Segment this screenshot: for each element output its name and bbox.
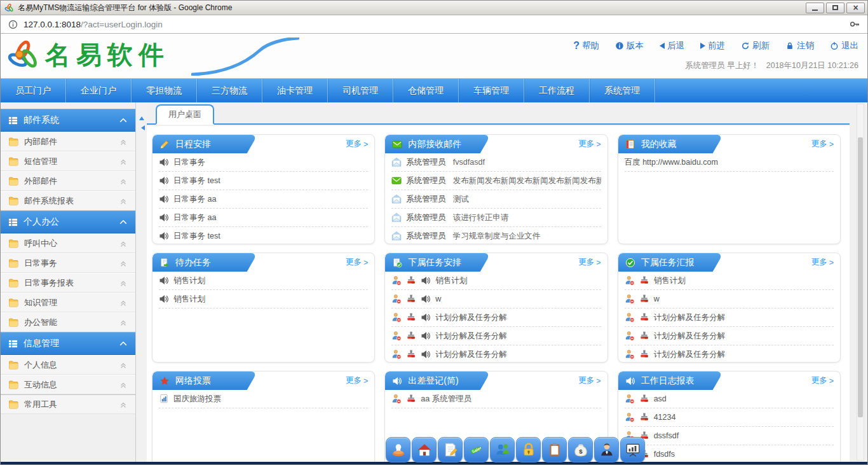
list-item[interactable]: w	[625, 290, 834, 309]
panel-online-vote: 网络投票 更多> 国庆旅游投票	[152, 371, 375, 465]
sidebar-item-personal-info[interactable]: 个人信息	[1, 355, 135, 375]
forward-link[interactable]: 前进	[700, 40, 725, 52]
reception-icon[interactable]	[386, 437, 410, 462]
more-link[interactable]: 更多>	[346, 135, 368, 153]
nav-item-vehicle[interactable]: 车辆管理	[459, 79, 524, 102]
sidebar-item-mail-report[interactable]: 邮件系统报表	[1, 191, 135, 211]
more-link[interactable]: 更多>	[811, 135, 834, 153]
sidebar-item-knowledge[interactable]: 知识管理	[1, 293, 135, 312]
report-board-icon[interactable]	[620, 437, 645, 462]
exit-link[interactable]: 退出	[830, 40, 858, 52]
list-item[interactable]: dssfsdf	[625, 427, 834, 445]
sidebar-item-interactive-info[interactable]: 互动信息	[1, 375, 135, 394]
sidebar-item-office-intel[interactable]: 办公智能	[1, 312, 135, 332]
sidebar-section-mail[interactable]: 邮件系统	[1, 109, 135, 132]
list-item[interactable]: fdsdfs	[625, 445, 834, 464]
list-item[interactable]: 系统管理员学习规章制度与企业文件	[391, 227, 600, 244]
version-link[interactable]: 版本	[615, 40, 644, 52]
list-item[interactable]: 日常事务 aa	[159, 209, 368, 227]
refresh-link[interactable]: 刷新	[741, 40, 770, 52]
sidebar-item-daily-affairs[interactable]: 日常事务	[1, 253, 135, 273]
list-item[interactable]: 日常事务 aa	[159, 190, 368, 209]
list-item[interactable]: 百度 http://www.baidu.com	[625, 153, 834, 172]
key-icon[interactable]	[850, 19, 860, 29]
list-item[interactable]: 国庆旅游投票	[159, 390, 368, 408]
sidebar-item-sms[interactable]: 短信管理	[1, 151, 135, 171]
money-bag-icon[interactable]	[568, 437, 593, 462]
more-link[interactable]: 更多>	[811, 253, 834, 272]
back-link[interactable]: 后退	[660, 40, 684, 52]
panel-title: 下属任务安排	[408, 257, 461, 268]
more-link[interactable]: 更多>	[811, 371, 834, 390]
nav-item-3pl[interactable]: 三方物流	[197, 79, 262, 102]
list-item[interactable]: 销售计划	[625, 272, 834, 290]
sidebar-item-daily-report[interactable]: 日常事务报表	[1, 273, 135, 293]
sidebar-item-call-center[interactable]: 呼叫中心	[1, 233, 135, 253]
page-info-icon[interactable]	[8, 20, 18, 29]
sale-tag-icon[interactable]	[464, 437, 489, 462]
list-item[interactable]: 系统管理员测试	[391, 190, 600, 209]
sidebar-section-info-mgmt[interactable]: 信息管理	[1, 332, 135, 355]
collapse-up-icon[interactable]	[139, 114, 144, 120]
more-link[interactable]: 更多>	[578, 253, 600, 272]
more-link[interactable]: 更多>	[346, 371, 368, 390]
collapse-left-icon[interactable]	[139, 125, 145, 130]
sidebar-collapse-strip[interactable]	[137, 102, 147, 462]
nav-item-warehouse[interactable]: 仓储管理	[393, 79, 459, 102]
list-item[interactable]: asd	[625, 390, 834, 408]
list-item[interactable]: aa 系统管理员	[391, 390, 600, 408]
list-item[interactable]: 日常事务	[159, 153, 368, 172]
list-item[interactable]: 日常事务 test	[159, 172, 368, 190]
sidebar-item-internal-mail[interactable]: 内部邮件	[1, 132, 135, 151]
list-item[interactable]: 计划分解及任务分解	[625, 309, 834, 327]
minimize-button[interactable]	[806, 3, 824, 13]
list-item[interactable]: 计划分解及任务分解	[625, 345, 834, 363]
vertical-scrollbar[interactable]	[857, 104, 864, 461]
nav-item-ltl-logistics[interactable]: 零担物流	[132, 79, 197, 102]
address-bar[interactable]: 127.0.0.1:8018/?act=userLogin.login	[1, 15, 867, 34]
note-edit-icon[interactable]	[438, 437, 463, 462]
contacts-icon[interactable]	[490, 437, 515, 462]
list-item[interactable]: 计划分解及任务分解	[391, 345, 600, 363]
list-item[interactable]: 系统管理员发布新闻发布新闻发布新闻发布新闻发布新闻	[391, 172, 600, 190]
sidebar-item-common-tools[interactable]: 常用工具	[1, 394, 135, 414]
list-item[interactable]: 销售计划	[159, 290, 368, 309]
nav-item-system[interactable]: 系统管理	[590, 79, 655, 102]
url-text[interactable]: 127.0.0.1:8018/?act=userLogin.login	[24, 20, 844, 29]
list-item[interactable]: 系统管理员fvsdfasdf	[391, 153, 600, 172]
padlock-icon[interactable]	[516, 437, 541, 462]
nav-item-enterprise-portal[interactable]: 企业门户	[66, 79, 132, 102]
logout-link[interactable]: 注销	[785, 40, 814, 52]
sidebar-item-external-mail[interactable]: 外部邮件	[1, 171, 135, 191]
more-link[interactable]: 更多>	[578, 371, 600, 390]
more-link[interactable]: 更多>	[346, 253, 368, 272]
nav-item-fuel-card[interactable]: 油卡管理	[262, 79, 328, 102]
tab-user-desktop[interactable]: 用户桌面	[156, 104, 214, 125]
nav-item-driver[interactable]: 司机管理	[328, 79, 393, 102]
list-item[interactable]: 销售计划	[391, 272, 600, 290]
main-content: 用户桌面 日程安排 更多> 日常事务 日常事务 test 日常事务 aa 日常事…	[147, 102, 850, 462]
list-item[interactable]: 41234	[625, 408, 834, 427]
sidebar-section-personal-office[interactable]: 个人办公	[1, 211, 135, 233]
list-item[interactable]: 计划分解及任务分解	[625, 327, 834, 345]
list-item[interactable]: 系统管理员该进行转正申请	[391, 209, 600, 227]
user-remove-icon	[625, 275, 635, 286]
close-button[interactable]	[846, 3, 865, 13]
nav-item-workflow[interactable]: 工作流程	[524, 79, 590, 102]
tab-bar: 用户桌面	[147, 102, 850, 125]
scrollbar-thumb[interactable]	[858, 137, 863, 417]
maximize-button[interactable]	[826, 3, 844, 13]
swoosh-decoration	[191, 38, 299, 76]
list-item[interactable]: 销售计划	[159, 272, 368, 290]
home-icon[interactable]	[412, 437, 437, 462]
more-link[interactable]: 更多>	[578, 135, 600, 153]
help-link[interactable]: 帮助	[573, 40, 599, 52]
list-item[interactable]: 计划分解及任务分解	[391, 327, 600, 345]
list-item[interactable]: 计划分解及任务分解	[391, 309, 600, 327]
list-item[interactable]: 日常事务 test	[159, 227, 368, 244]
list-item[interactable]: w	[391, 290, 600, 309]
clipboard-icon[interactable]	[542, 437, 567, 462]
manager-icon[interactable]	[594, 437, 619, 462]
nav-item-employee-portal[interactable]: 员工门户	[1, 79, 66, 102]
info-icon	[615, 41, 624, 50]
